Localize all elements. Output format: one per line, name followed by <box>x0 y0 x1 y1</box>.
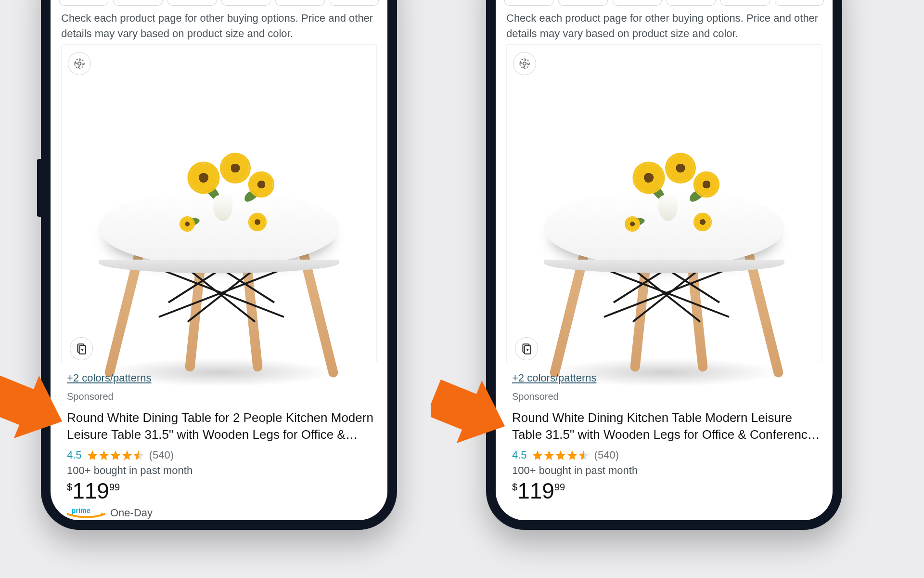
star-rating-icon <box>532 449 590 461</box>
svg-text:prime: prime <box>72 507 90 514</box>
color-variants-link[interactable]: +2 colors/patterns <box>67 372 151 384</box>
svg-point-7 <box>75 59 84 68</box>
svg-point-19 <box>523 62 526 66</box>
sponsored-label: Sponsored <box>67 391 114 402</box>
star-rating-icon <box>87 449 144 461</box>
phone-screen: Check each product page for other buying… <box>496 0 833 520</box>
swatch-stack-icon[interactable] <box>515 337 538 360</box>
filter-pill[interactable] <box>613 0 662 6</box>
bought-count: 100+ bought in past month <box>512 464 638 477</box>
product-image[interactable] <box>61 44 377 363</box>
rating-row[interactable]: 4.5 (540) <box>67 449 174 461</box>
filter-pill-row <box>504 0 824 6</box>
filter-pill[interactable] <box>775 0 824 6</box>
svg-point-6 <box>78 62 81 66</box>
filter-pill[interactable] <box>330 0 379 6</box>
filter-pill[interactable] <box>167 0 217 6</box>
rating-count: (540) <box>149 449 174 461</box>
rating-value: 4.5 <box>67 449 82 461</box>
shipping-speed: One-Day <box>110 507 153 519</box>
rating-value: 4.5 <box>512 449 527 461</box>
filter-pill[interactable] <box>275 0 324 6</box>
color-variants-link[interactable]: +2 colors/patterns <box>512 372 596 384</box>
filter-pill[interactable] <box>558 0 607 6</box>
rating-row[interactable]: 4.5 (540) <box>512 449 619 461</box>
view-360-icon[interactable] <box>68 52 91 75</box>
prime-shipping-row: prime One-Day <box>67 507 153 519</box>
filter-pill[interactable] <box>113 0 162 6</box>
phone-screen: Check each product page for other buying… <box>51 0 387 520</box>
rating-count: (540) <box>594 449 619 461</box>
phone-mock-right: Check each product page for other buying… <box>486 0 842 530</box>
bought-count: 100+ bought in past month <box>67 464 192 477</box>
buying-options-notice: Check each product page for other buying… <box>506 11 822 41</box>
phone-mock-left: Check each product page for other buying… <box>41 0 397 530</box>
swatch-stack-icon[interactable] <box>70 337 93 360</box>
product-title[interactable]: Round White Dining Table for 2 People Ki… <box>67 409 376 443</box>
sponsored-label: Sponsored <box>512 391 559 402</box>
view-360-icon[interactable] <box>513 52 536 75</box>
svg-point-20 <box>520 59 529 68</box>
product-image[interactable] <box>506 44 822 363</box>
filter-pill[interactable] <box>221 0 270 6</box>
product-title[interactable]: Round White Dining Kitchen Table Modern … <box>512 409 821 443</box>
filter-pill[interactable] <box>720 0 770 6</box>
filter-pill[interactable] <box>667 0 716 6</box>
product-price: $ 119 99 <box>512 480 565 502</box>
prime-logo-icon: prime <box>67 507 105 519</box>
buying-options-notice: Check each product page for other buying… <box>61 11 377 41</box>
filter-pill[interactable] <box>59 0 108 6</box>
filter-pill[interactable] <box>504 0 553 6</box>
filter-pill-row <box>59 0 379 6</box>
product-price: $ 119 99 <box>67 480 120 502</box>
